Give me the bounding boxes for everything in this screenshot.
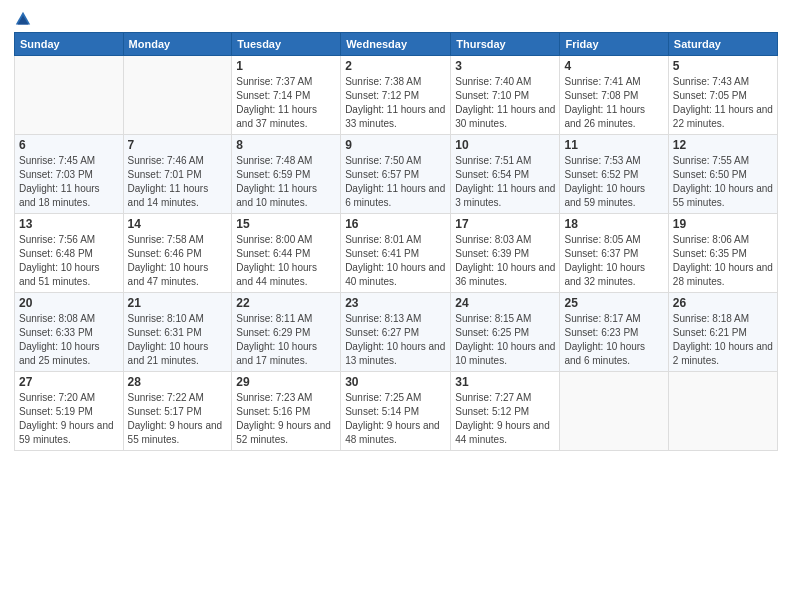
calendar-cell: 13Sunrise: 7:56 AM Sunset: 6:48 PM Dayli… bbox=[15, 214, 124, 293]
day-number: 8 bbox=[236, 138, 336, 152]
calendar-cell: 26Sunrise: 8:18 AM Sunset: 6:21 PM Dayli… bbox=[668, 293, 777, 372]
day-info: Sunrise: 7:40 AM Sunset: 7:10 PM Dayligh… bbox=[455, 75, 555, 131]
day-info: Sunrise: 8:05 AM Sunset: 6:37 PM Dayligh… bbox=[564, 233, 663, 289]
calendar-cell: 4Sunrise: 7:41 AM Sunset: 7:08 PM Daylig… bbox=[560, 56, 668, 135]
day-number: 24 bbox=[455, 296, 555, 310]
day-number: 15 bbox=[236, 217, 336, 231]
calendar-cell: 28Sunrise: 7:22 AM Sunset: 5:17 PM Dayli… bbox=[123, 372, 232, 451]
calendar-cell: 11Sunrise: 7:53 AM Sunset: 6:52 PM Dayli… bbox=[560, 135, 668, 214]
calendar-cell: 24Sunrise: 8:15 AM Sunset: 6:25 PM Dayli… bbox=[451, 293, 560, 372]
day-info: Sunrise: 7:56 AM Sunset: 6:48 PM Dayligh… bbox=[19, 233, 119, 289]
day-info: Sunrise: 8:03 AM Sunset: 6:39 PM Dayligh… bbox=[455, 233, 555, 289]
day-number: 18 bbox=[564, 217, 663, 231]
day-info: Sunrise: 7:41 AM Sunset: 7:08 PM Dayligh… bbox=[564, 75, 663, 131]
calendar-cell: 20Sunrise: 8:08 AM Sunset: 6:33 PM Dayli… bbox=[15, 293, 124, 372]
day-number: 27 bbox=[19, 375, 119, 389]
calendar-cell: 6Sunrise: 7:45 AM Sunset: 7:03 PM Daylig… bbox=[15, 135, 124, 214]
day-info: Sunrise: 7:43 AM Sunset: 7:05 PM Dayligh… bbox=[673, 75, 773, 131]
day-info: Sunrise: 7:46 AM Sunset: 7:01 PM Dayligh… bbox=[128, 154, 228, 210]
day-number: 14 bbox=[128, 217, 228, 231]
day-number: 30 bbox=[345, 375, 446, 389]
calendar-cell: 23Sunrise: 8:13 AM Sunset: 6:27 PM Dayli… bbox=[341, 293, 451, 372]
calendar-cell: 17Sunrise: 8:03 AM Sunset: 6:39 PM Dayli… bbox=[451, 214, 560, 293]
day-info: Sunrise: 7:50 AM Sunset: 6:57 PM Dayligh… bbox=[345, 154, 446, 210]
calendar-table: SundayMondayTuesdayWednesdayThursdayFrid… bbox=[14, 32, 778, 451]
calendar-cell: 29Sunrise: 7:23 AM Sunset: 5:16 PM Dayli… bbox=[232, 372, 341, 451]
calendar-cell: 22Sunrise: 8:11 AM Sunset: 6:29 PM Dayli… bbox=[232, 293, 341, 372]
day-number: 19 bbox=[673, 217, 773, 231]
day-number: 6 bbox=[19, 138, 119, 152]
day-info: Sunrise: 7:58 AM Sunset: 6:46 PM Dayligh… bbox=[128, 233, 228, 289]
calendar-cell: 19Sunrise: 8:06 AM Sunset: 6:35 PM Dayli… bbox=[668, 214, 777, 293]
day-number: 7 bbox=[128, 138, 228, 152]
day-info: Sunrise: 7:20 AM Sunset: 5:19 PM Dayligh… bbox=[19, 391, 119, 447]
day-number: 26 bbox=[673, 296, 773, 310]
day-info: Sunrise: 8:11 AM Sunset: 6:29 PM Dayligh… bbox=[236, 312, 336, 368]
day-info: Sunrise: 8:17 AM Sunset: 6:23 PM Dayligh… bbox=[564, 312, 663, 368]
day-info: Sunrise: 7:27 AM Sunset: 5:12 PM Dayligh… bbox=[455, 391, 555, 447]
day-info: Sunrise: 7:38 AM Sunset: 7:12 PM Dayligh… bbox=[345, 75, 446, 131]
day-number: 4 bbox=[564, 59, 663, 73]
day-number: 12 bbox=[673, 138, 773, 152]
day-number: 1 bbox=[236, 59, 336, 73]
calendar-cell: 14Sunrise: 7:58 AM Sunset: 6:46 PM Dayli… bbox=[123, 214, 232, 293]
day-number: 2 bbox=[345, 59, 446, 73]
calendar-cell: 18Sunrise: 8:05 AM Sunset: 6:37 PM Dayli… bbox=[560, 214, 668, 293]
day-info: Sunrise: 8:06 AM Sunset: 6:35 PM Dayligh… bbox=[673, 233, 773, 289]
calendar-cell: 8Sunrise: 7:48 AM Sunset: 6:59 PM Daylig… bbox=[232, 135, 341, 214]
day-number: 20 bbox=[19, 296, 119, 310]
calendar-cell: 7Sunrise: 7:46 AM Sunset: 7:01 PM Daylig… bbox=[123, 135, 232, 214]
day-number: 10 bbox=[455, 138, 555, 152]
day-info: Sunrise: 8:01 AM Sunset: 6:41 PM Dayligh… bbox=[345, 233, 446, 289]
day-number: 25 bbox=[564, 296, 663, 310]
day-number: 21 bbox=[128, 296, 228, 310]
calendar-cell bbox=[560, 372, 668, 451]
weekday-header-saturday: Saturday bbox=[668, 33, 777, 56]
day-number: 3 bbox=[455, 59, 555, 73]
calendar-cell: 16Sunrise: 8:01 AM Sunset: 6:41 PM Dayli… bbox=[341, 214, 451, 293]
weekday-header-sunday: Sunday bbox=[15, 33, 124, 56]
day-info: Sunrise: 8:18 AM Sunset: 6:21 PM Dayligh… bbox=[673, 312, 773, 368]
calendar-cell bbox=[15, 56, 124, 135]
weekday-header-friday: Friday bbox=[560, 33, 668, 56]
day-info: Sunrise: 7:22 AM Sunset: 5:17 PM Dayligh… bbox=[128, 391, 228, 447]
calendar-cell: 1Sunrise: 7:37 AM Sunset: 7:14 PM Daylig… bbox=[232, 56, 341, 135]
day-info: Sunrise: 8:13 AM Sunset: 6:27 PM Dayligh… bbox=[345, 312, 446, 368]
day-info: Sunrise: 8:10 AM Sunset: 6:31 PM Dayligh… bbox=[128, 312, 228, 368]
day-info: Sunrise: 7:48 AM Sunset: 6:59 PM Dayligh… bbox=[236, 154, 336, 210]
day-info: Sunrise: 8:08 AM Sunset: 6:33 PM Dayligh… bbox=[19, 312, 119, 368]
calendar-cell: 15Sunrise: 8:00 AM Sunset: 6:44 PM Dayli… bbox=[232, 214, 341, 293]
calendar-cell: 12Sunrise: 7:55 AM Sunset: 6:50 PM Dayli… bbox=[668, 135, 777, 214]
day-info: Sunrise: 7:51 AM Sunset: 6:54 PM Dayligh… bbox=[455, 154, 555, 210]
day-number: 13 bbox=[19, 217, 119, 231]
day-number: 11 bbox=[564, 138, 663, 152]
day-number: 9 bbox=[345, 138, 446, 152]
day-number: 29 bbox=[236, 375, 336, 389]
calendar-cell: 30Sunrise: 7:25 AM Sunset: 5:14 PM Dayli… bbox=[341, 372, 451, 451]
day-number: 23 bbox=[345, 296, 446, 310]
day-number: 5 bbox=[673, 59, 773, 73]
day-number: 31 bbox=[455, 375, 555, 389]
day-info: Sunrise: 7:23 AM Sunset: 5:16 PM Dayligh… bbox=[236, 391, 336, 447]
day-number: 16 bbox=[345, 217, 446, 231]
calendar-cell bbox=[123, 56, 232, 135]
calendar-cell: 10Sunrise: 7:51 AM Sunset: 6:54 PM Dayli… bbox=[451, 135, 560, 214]
weekday-header-wednesday: Wednesday bbox=[341, 33, 451, 56]
day-info: Sunrise: 7:37 AM Sunset: 7:14 PM Dayligh… bbox=[236, 75, 336, 131]
calendar-cell: 2Sunrise: 7:38 AM Sunset: 7:12 PM Daylig… bbox=[341, 56, 451, 135]
day-number: 28 bbox=[128, 375, 228, 389]
calendar-cell: 25Sunrise: 8:17 AM Sunset: 6:23 PM Dayli… bbox=[560, 293, 668, 372]
day-number: 17 bbox=[455, 217, 555, 231]
weekday-header-monday: Monday bbox=[123, 33, 232, 56]
calendar-cell bbox=[668, 372, 777, 451]
day-info: Sunrise: 7:45 AM Sunset: 7:03 PM Dayligh… bbox=[19, 154, 119, 210]
day-info: Sunrise: 7:55 AM Sunset: 6:50 PM Dayligh… bbox=[673, 154, 773, 210]
logo bbox=[14, 10, 36, 28]
weekday-header-tuesday: Tuesday bbox=[232, 33, 341, 56]
calendar-cell: 21Sunrise: 8:10 AM Sunset: 6:31 PM Dayli… bbox=[123, 293, 232, 372]
calendar-cell: 31Sunrise: 7:27 AM Sunset: 5:12 PM Dayli… bbox=[451, 372, 560, 451]
day-info: Sunrise: 8:15 AM Sunset: 6:25 PM Dayligh… bbox=[455, 312, 555, 368]
calendar-cell: 5Sunrise: 7:43 AM Sunset: 7:05 PM Daylig… bbox=[668, 56, 777, 135]
day-info: Sunrise: 7:53 AM Sunset: 6:52 PM Dayligh… bbox=[564, 154, 663, 210]
calendar-cell: 27Sunrise: 7:20 AM Sunset: 5:19 PM Dayli… bbox=[15, 372, 124, 451]
